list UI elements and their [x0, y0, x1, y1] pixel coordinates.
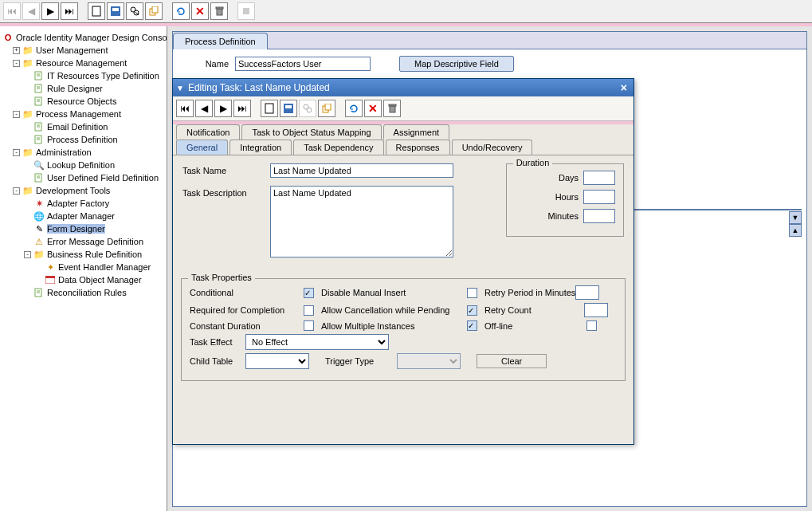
task-name-label: Task Name: [182, 163, 270, 175]
tree-item[interactable]: ✦Event Handler Manager: [2, 261, 165, 273]
expand-toggle[interactable]: -: [13, 60, 20, 67]
svg-rect-41: [390, 106, 395, 112]
dlg-refresh-button[interactable]: [345, 100, 363, 117]
stop-button[interactable]: [237, 2, 255, 20]
tree-item[interactable]: Process Definition: [2, 133, 165, 146]
retry-period-field[interactable]: [575, 285, 599, 300]
tree-item[interactable]: Reconciliation Rules: [2, 286, 165, 299]
last-record-button[interactable]: ⏭: [61, 2, 78, 20]
dialog-tab[interactable]: Undo/Recovery: [452, 140, 533, 155]
expand-toggle[interactable]: -: [24, 251, 31, 258]
tree-item-label: Lookup Definition: [47, 160, 115, 170]
expand-toggle[interactable]: -: [13, 111, 20, 118]
tree-item[interactable]: User Defined Field Definition: [2, 171, 165, 184]
prev-record-button[interactable]: ◀: [22, 2, 40, 20]
days-field[interactable]: [583, 171, 615, 185]
document-icon: [33, 70, 45, 81]
dialog-tab[interactable]: Responses: [386, 140, 450, 155]
dialog-titlebar[interactable]: ▼Editing Task: Last Name Updated ×: [173, 79, 634, 96]
expand-toggle[interactable]: -: [13, 149, 20, 156]
tree-item-label: Resource Objects: [47, 96, 116, 106]
expand-toggle[interactable]: +: [13, 47, 20, 54]
dialog-tab[interactable]: Task Dependency: [293, 140, 383, 155]
days-label: Days: [539, 173, 579, 183]
tree-item[interactable]: ⚠Error Message Definition: [2, 235, 165, 248]
hours-field[interactable]: [583, 190, 615, 204]
dialog-tab[interactable]: General: [176, 140, 228, 155]
disable-manual-label: Disable Manual Insert: [321, 288, 406, 297]
trash-button[interactable]: [210, 2, 228, 20]
trigger-type-select[interactable]: [397, 353, 461, 369]
tree-item[interactable]: ✷Adapter Factory: [2, 197, 165, 210]
name-field[interactable]: [235, 57, 371, 71]
find-button[interactable]: [126, 2, 143, 20]
tree-item[interactable]: Data Object Manager: [2, 273, 165, 286]
dlg-next-button[interactable]: ▶: [214, 100, 232, 117]
folder-icon: 📁: [22, 147, 34, 158]
task-effect-select[interactable]: No Effect: [245, 334, 389, 350]
task-description-label: Task Description: [182, 186, 270, 198]
tree-item-label: Error Message Definition: [47, 237, 143, 246]
map-descriptive-field-button[interactable]: Map Descriptive Field: [399, 56, 514, 72]
required-checkbox[interactable]: [304, 305, 314, 316]
offline-checkbox[interactable]: [586, 320, 597, 331]
tab-process-definition[interactable]: Process Definition: [173, 33, 268, 49]
dialog-tab[interactable]: Integration: [229, 140, 292, 155]
dlg-last-button[interactable]: ⏭: [233, 100, 251, 117]
constant-checkbox[interactable]: [304, 320, 314, 331]
refresh-button[interactable]: [172, 2, 190, 20]
tree-item[interactable]: IT Resources Type Definition: [2, 69, 165, 82]
copy-button[interactable]: [145, 2, 163, 20]
dlg-first-button[interactable]: ⏮: [176, 100, 194, 117]
document-icon: [33, 96, 45, 107]
tree-item[interactable]: -📁Business Rule Definition: [2, 248, 165, 261]
scroll-up-button[interactable]: ▲: [789, 224, 802, 237]
next-record-button[interactable]: ▶: [41, 2, 59, 20]
oracle-icon: O: [2, 32, 14, 43]
minutes-field[interactable]: [583, 209, 615, 223]
dlg-new-button[interactable]: [261, 100, 278, 117]
tree-item[interactable]: Email Definition: [2, 120, 165, 133]
star-icon: ✦: [44, 261, 57, 273]
dlg-find-button[interactable]: [299, 100, 316, 117]
dlg-prev-button[interactable]: ◀: [195, 100, 213, 117]
dlg-trash-button[interactable]: [383, 100, 401, 117]
scroll-down-button[interactable]: ▼: [789, 211, 802, 224]
tree-item[interactable]: +📁User Management: [2, 44, 165, 57]
dlg-delete-button[interactable]: ✕: [364, 100, 382, 117]
dlg-save-button[interactable]: [280, 100, 297, 117]
close-icon[interactable]: ×: [618, 81, 630, 94]
tree-item[interactable]: 🔍Lookup Definition: [2, 159, 165, 171]
tree-item[interactable]: ✎Form Designer: [2, 222, 165, 235]
new-button[interactable]: [88, 2, 105, 20]
dialog-tab[interactable]: Task to Object Status Mapping: [241, 124, 381, 140]
tree-item[interactable]: -📁Administration: [2, 146, 165, 159]
clear-button[interactable]: Clear: [477, 354, 547, 368]
tree-item[interactable]: -📁Process Management: [2, 108, 165, 120]
tree-item[interactable]: Rule Designer: [2, 82, 165, 95]
disable-manual-checkbox[interactable]: [467, 288, 477, 298]
child-table-select[interactable]: [245, 353, 309, 369]
task-description-field[interactable]: Last Name Updated: [270, 186, 453, 257]
task-name-field[interactable]: [270, 163, 453, 178]
allow-cancel-checkbox[interactable]: [467, 305, 477, 316]
save-button[interactable]: [107, 2, 124, 20]
tree-root[interactable]: O Oracle Identity Manager Design Console: [2, 31, 165, 44]
collapse-icon[interactable]: ▼: [176, 84, 184, 92]
dialog-toolbar: ⏮ ◀ ▶ ⏭ ✕: [173, 96, 634, 121]
dialog-tab[interactable]: Assignment: [383, 124, 449, 140]
tree-item[interactable]: 🌐Adapter Manager: [2, 210, 165, 222]
dlg-copy-button[interactable]: [318, 100, 335, 117]
allow-multi-checkbox[interactable]: [467, 320, 477, 331]
delete-button[interactable]: ✕: [191, 2, 209, 20]
dialog-title: Editing Task: Last Name Updated: [188, 82, 330, 93]
tree-item[interactable]: Resource Objects: [2, 95, 165, 108]
tree-item[interactable]: -📁Resource Management: [2, 57, 165, 69]
tree-item[interactable]: -📁Development Tools: [2, 184, 165, 197]
dialog-tab[interactable]: Notification: [176, 124, 240, 140]
svg-point-38: [307, 108, 312, 112]
expand-toggle[interactable]: -: [13, 187, 20, 195]
retry-count-field[interactable]: [584, 303, 608, 317]
conditional-checkbox[interactable]: [304, 288, 314, 298]
first-record-button[interactable]: ⏮: [3, 2, 21, 20]
